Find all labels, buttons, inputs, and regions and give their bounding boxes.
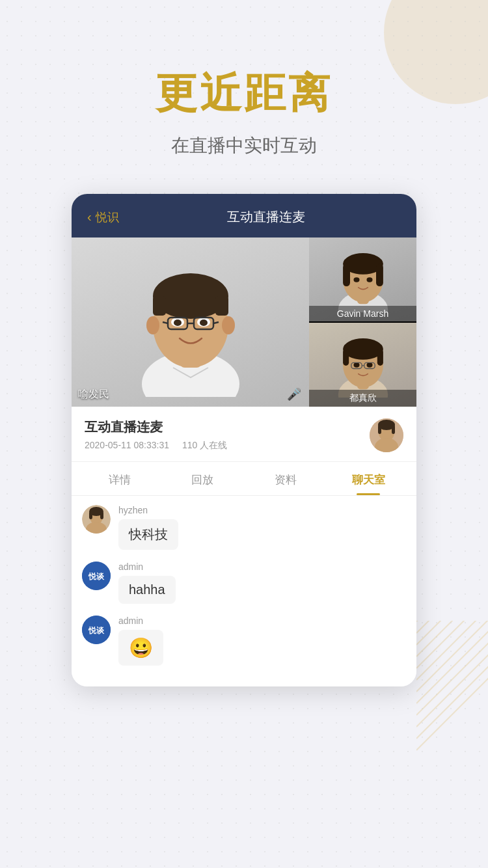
side-video-bottom: 都真欣 — [309, 323, 416, 407]
video-grid: 喻发民 🎤 — [72, 237, 416, 407]
stream-datetime: 2020-05-11 08:33:31 — [85, 440, 169, 452]
chat-avatar-3: 悦谈 — [82, 616, 111, 644]
svg-point-10 — [174, 319, 182, 326]
svg-rect-29 — [343, 349, 349, 365]
chat-message-2: 悦谈 admin hahha — [82, 562, 406, 604]
chat-message-1: hyzhen 快科技 — [82, 505, 406, 550]
tab-chat[interactable]: 聊天室 — [327, 462, 411, 495]
hyzhen-avatar — [82, 505, 111, 534]
side-video-top: Gavin Marsh — [309, 237, 416, 321]
svg-point-32 — [366, 362, 372, 367]
info-section: 互动直播连麦 2020-05-11 08:33:31 110 人在线 — [72, 407, 416, 462]
svg-rect-4 — [153, 296, 166, 316]
side-videos: Gavin Marsh — [309, 237, 416, 407]
chat-body-1: hyzhen 快科技 — [118, 505, 406, 550]
svg-point-23 — [353, 277, 359, 282]
back-button[interactable]: ‹ 悦识 — [87, 210, 119, 225]
chat-bubble-1: 快科技 — [118, 519, 178, 550]
online-count: 110 人在线 — [182, 440, 227, 452]
svg-point-6 — [146, 316, 159, 334]
presenter-avatar — [129, 247, 252, 397]
phone-mockup: ‹ 悦识 互动直播连麦 — [72, 194, 416, 686]
tabs-row: 详情 回放 资料 聊天室 — [72, 462, 416, 496]
back-label: 悦识 — [96, 210, 119, 225]
page-title: 更近距离 — [156, 65, 332, 122]
side-video-bottom-name: 都真欣 — [309, 390, 416, 407]
back-icon: ‹ — [87, 210, 92, 224]
admin-avatar-1: 悦谈 — [82, 562, 111, 590]
svg-rect-5 — [215, 296, 228, 316]
mic-icon: 🎤 — [287, 387, 301, 401]
main-video-face — [72, 237, 309, 407]
chat-section: hyzhen 快科技 悦谈 admin hahha — [72, 496, 416, 686]
svg-rect-41 — [392, 425, 395, 434]
page-subtitle: 在直播中实时互动 — [171, 133, 317, 158]
tab-replay[interactable]: 回放 — [161, 462, 245, 495]
chat-username-1: hyzhen — [118, 505, 406, 515]
main-presenter-name: 喻发民 — [78, 388, 109, 401]
svg-text:悦谈: 悦谈 — [88, 626, 105, 635]
side-video-top-name: Gavin Marsh — [309, 306, 416, 321]
chat-username-3: admin — [118, 616, 406, 626]
svg-point-7 — [222, 316, 235, 334]
svg-rect-30 — [377, 349, 383, 365]
svg-point-31 — [353, 362, 359, 367]
admin-avatar-2: 悦谈 — [82, 616, 111, 644]
side-avatar-bottom — [334, 332, 392, 398]
svg-point-28 — [343, 338, 383, 360]
svg-rect-47 — [100, 511, 103, 519]
chat-avatar-1 — [82, 505, 111, 534]
host-avatar-img — [370, 418, 403, 452]
side-avatar-top — [334, 247, 392, 312]
main-video: 喻发民 🎤 — [72, 237, 309, 407]
host-avatar — [370, 418, 403, 452]
phone-header: ‹ 悦识 互动直播连麦 — [72, 194, 416, 237]
tab-materials[interactable]: 资料 — [244, 462, 327, 495]
svg-point-24 — [366, 277, 372, 282]
svg-rect-22 — [376, 264, 383, 286]
chat-bubble-3: 😀 — [118, 630, 163, 666]
stream-title: 互动直播连麦 — [85, 418, 370, 436]
chat-body-2: admin hahha — [118, 562, 406, 604]
svg-rect-40 — [378, 425, 381, 434]
info-text: 互动直播连麦 2020-05-11 08:33:31 110 人在线 — [85, 418, 370, 452]
chat-bubble-2: hahha — [118, 576, 176, 604]
chat-body-3: admin 😀 — [118, 616, 406, 666]
chat-message-3: 悦谈 admin 😀 — [82, 616, 406, 666]
main-content: 更近距离 在直播中实时互动 ‹ 悦识 互动直播连麦 — [0, 0, 488, 686]
svg-rect-21 — [343, 264, 350, 286]
info-meta: 2020-05-11 08:33:31 110 人在线 — [85, 440, 370, 452]
tab-details[interactable]: 详情 — [78, 462, 161, 495]
chat-username-2: admin — [118, 562, 406, 572]
svg-text:悦谈: 悦谈 — [88, 572, 105, 581]
chat-avatar-2: 悦谈 — [82, 562, 111, 590]
svg-rect-46 — [89, 511, 92, 519]
svg-point-11 — [200, 319, 208, 326]
header-title: 互动直播连麦 — [132, 208, 401, 226]
